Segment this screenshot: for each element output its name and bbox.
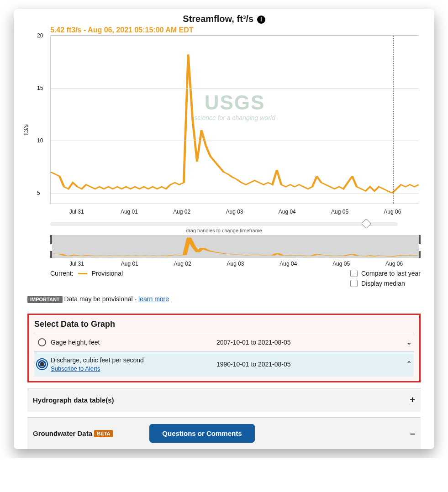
chart-title: Streamflow, ft³/s i bbox=[27, 14, 421, 24]
collapse-icon[interactable]: – bbox=[410, 428, 415, 439]
data-option-discharge[interactable]: Discharge, cubic feet per second Subscri… bbox=[34, 351, 414, 377]
chevron-up-icon[interactable]: ⌃ bbox=[406, 360, 412, 368]
learn-more-link[interactable]: learn more bbox=[138, 295, 169, 303]
main-chart[interactable]: ft3/s USGS science for a changing world … bbox=[27, 35, 421, 218]
legend-series-label: Provisional bbox=[92, 270, 123, 277]
groundwater-panel[interactable]: Groundwater Data BETA Questions or Comme… bbox=[27, 417, 421, 449]
expand-icon[interactable]: + bbox=[410, 395, 415, 405]
radio-checked-icon[interactable] bbox=[38, 360, 46, 368]
info-icon[interactable]: i bbox=[257, 16, 265, 24]
select-data-title: Select Data to Graph bbox=[34, 319, 414, 329]
select-data-section: Select Data to Graph Gage height, feet 2… bbox=[27, 314, 421, 382]
cursor-readout: 5.42 ft3/s - Aug 06, 2021 05:15:00 AM ED… bbox=[50, 26, 421, 34]
slider-thumb[interactable] bbox=[361, 219, 372, 229]
brush-hint: drag handles to change timeframe bbox=[27, 228, 421, 233]
data-option-gage[interactable]: Gage height, feet 2007-10-01 to 2021-08-… bbox=[34, 333, 414, 351]
time-slider[interactable] bbox=[50, 222, 398, 226]
subscribe-link[interactable]: Subscribe to Alerts bbox=[51, 365, 144, 372]
legend-current-label: Current: bbox=[50, 270, 74, 277]
compare-checkbox[interactable]: Compare to last year bbox=[350, 270, 421, 277]
median-checkbox[interactable]: Display median bbox=[350, 280, 421, 287]
provisional-notice: IMPORTANT Data may be provisional - lear… bbox=[27, 295, 421, 303]
legend-swatch bbox=[78, 273, 87, 274]
beta-badge: BETA bbox=[94, 430, 113, 437]
important-badge: IMPORTANT bbox=[27, 296, 63, 303]
chevron-down-icon[interactable]: ⌄ bbox=[406, 338, 412, 346]
y-axis-label: ft3/s bbox=[22, 124, 29, 136]
overview-chart[interactable]: Jul 31Aug 01Aug 02Aug 03Aug 04Aug 05Aug … bbox=[50, 235, 421, 267]
questions-button[interactable]: Questions or Comments bbox=[149, 424, 254, 443]
radio-unchecked-icon[interactable] bbox=[38, 338, 46, 346]
hydrograph-panel[interactable]: Hydrograph data table(s) + bbox=[27, 388, 421, 412]
